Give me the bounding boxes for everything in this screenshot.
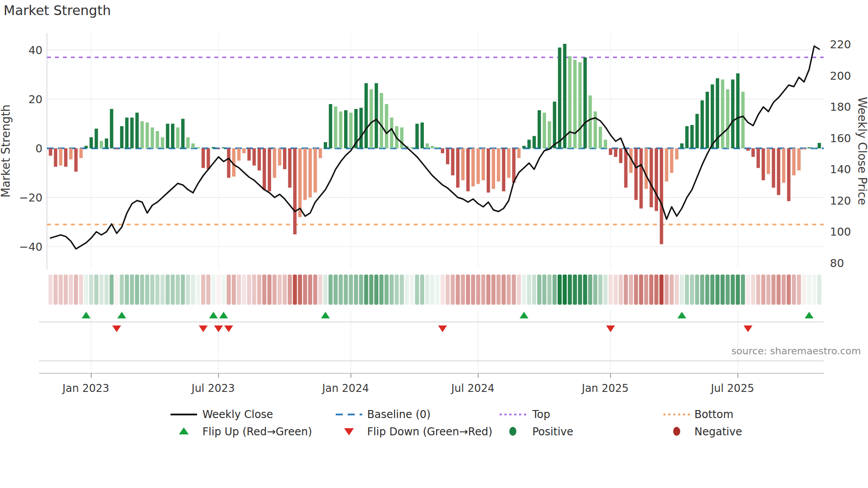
heatmap-cell xyxy=(303,275,307,305)
x-axis-tick-label: Jan 2025 xyxy=(581,382,629,395)
heatmap-cell xyxy=(563,275,567,305)
strength-bar xyxy=(731,79,735,148)
strength-bar xyxy=(685,126,689,148)
strength-bar xyxy=(650,148,653,207)
strength-bar xyxy=(430,146,434,148)
strength-bar xyxy=(191,143,195,148)
heatmap-cell xyxy=(471,275,475,305)
strength-bar xyxy=(456,148,460,188)
heatmap-cell xyxy=(766,275,770,305)
strength-bar xyxy=(593,112,597,148)
strength-bar xyxy=(532,136,536,148)
strength-bar xyxy=(461,148,465,180)
strength-bar xyxy=(370,89,373,148)
heatmap-cell xyxy=(186,275,190,305)
strength-bar xyxy=(563,44,566,148)
strength-bar xyxy=(746,148,750,151)
right-axis-tick-label: 120 xyxy=(830,194,851,207)
strength-bar xyxy=(293,148,297,234)
strength-bar xyxy=(512,148,515,183)
heatmap-cell xyxy=(496,275,500,305)
strength-bar xyxy=(675,148,678,159)
strength-bar xyxy=(125,118,129,148)
heatmap-cell xyxy=(680,275,684,305)
strength-bar xyxy=(721,79,725,148)
heatmap-cell xyxy=(761,275,765,305)
strength-bar xyxy=(89,137,93,148)
heatmap-cell xyxy=(369,275,373,305)
strength-bar xyxy=(136,112,139,148)
heatmap-cell xyxy=(288,275,292,305)
heatmap-cell xyxy=(492,275,496,305)
heatmap-cell xyxy=(736,275,740,305)
strength-bar xyxy=(711,85,714,148)
strength-bar xyxy=(248,148,251,161)
heatmap-cell xyxy=(802,275,806,305)
strength-bar xyxy=(670,148,674,173)
strength-bar xyxy=(583,58,587,148)
strength-bar xyxy=(665,148,668,182)
heatmap-cell xyxy=(323,275,327,305)
strength-bar xyxy=(130,118,134,148)
strength-bar xyxy=(807,147,811,148)
heatmap-cell xyxy=(721,275,725,305)
strength-bar xyxy=(568,56,572,148)
left-axis-tick-label: −20 xyxy=(19,191,43,204)
strength-bar xyxy=(237,148,241,161)
strength-bar xyxy=(756,148,760,168)
heatmap-cell xyxy=(54,275,58,305)
x-axis-tick-label: Jan 2024 xyxy=(321,382,369,395)
heatmap-cell xyxy=(257,275,261,305)
heatmap-cell xyxy=(160,275,164,305)
heatmap-cell xyxy=(252,275,256,305)
strength-bar xyxy=(140,121,144,148)
flip-down-marker xyxy=(606,325,615,332)
strength-bar xyxy=(186,137,190,148)
strength-bar xyxy=(553,101,556,148)
heatmap-cell xyxy=(191,275,195,305)
legend-flip-down-icon xyxy=(344,428,354,435)
flip-up-marker xyxy=(81,312,90,318)
strength-bar xyxy=(644,148,648,189)
left-axis-tick-label: 20 xyxy=(28,93,43,106)
heatmap-cell xyxy=(695,275,699,305)
x-axis-tick-label: Jan 2023 xyxy=(62,382,109,395)
heatmap-cell xyxy=(542,275,546,305)
heatmap-cell xyxy=(787,275,790,305)
strength-bar xyxy=(818,143,821,148)
heatmap-cell xyxy=(568,275,572,305)
strength-bar xyxy=(507,148,511,178)
heatmap-cell xyxy=(79,275,83,305)
strength-bar xyxy=(156,131,159,148)
strength-bar xyxy=(466,148,470,191)
heatmap-cell xyxy=(344,275,348,305)
heatmap-cell xyxy=(441,275,445,305)
heatmap-cell xyxy=(120,275,124,305)
right-axis-title: Weekly Close Price xyxy=(856,97,868,205)
strength-bar xyxy=(120,126,124,148)
heatmap-cell xyxy=(776,275,780,305)
heatmap-cell xyxy=(69,275,73,305)
strength-bar xyxy=(573,60,577,148)
left-axis-tick-label: 40 xyxy=(28,44,43,57)
strength-bar xyxy=(69,148,73,159)
heatmap-cell xyxy=(272,275,276,305)
heatmap-cell xyxy=(456,275,460,305)
heatmap-cell xyxy=(446,275,450,305)
heatmap-cell xyxy=(598,275,602,305)
flip-up-marker xyxy=(117,312,126,318)
strength-bar xyxy=(151,128,154,148)
heatmap-cell xyxy=(685,275,689,305)
heatmap-cell xyxy=(812,275,816,305)
strength-bar xyxy=(604,139,607,148)
strength-bar xyxy=(166,124,170,148)
strength-bar xyxy=(410,147,414,148)
heatmap-cell xyxy=(588,275,592,305)
heatmap-cell xyxy=(181,275,185,305)
strength-bar xyxy=(324,142,327,148)
flip-down-marker xyxy=(199,325,208,332)
heatmap-cell xyxy=(624,275,628,305)
heatmap-cell xyxy=(359,275,363,305)
strength-bar xyxy=(303,148,307,200)
flip-down-marker xyxy=(744,325,752,332)
